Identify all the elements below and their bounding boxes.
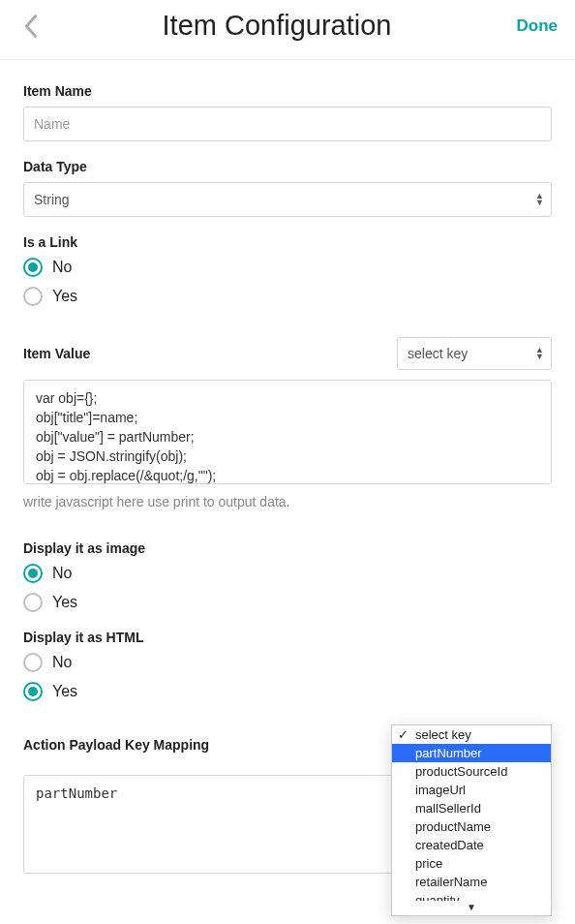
data-type-block: Data Type String ▲▼ (23, 159, 552, 217)
back-button[interactable] (17, 13, 45, 40)
dropdown-option[interactable]: mallSellerId (392, 799, 551, 817)
radio-icon (23, 682, 43, 701)
dropdown-option[interactable]: productSourceId (392, 762, 551, 781)
header: Item Configuration Done (0, 0, 575, 59)
data-type-value: String (34, 192, 70, 207)
radio-label-yes: Yes (52, 288, 77, 305)
dropdown-option[interactable]: productName (392, 817, 551, 836)
dropdown-more-icon[interactable]: ▼ (392, 901, 551, 915)
payload-mapping-label: Action Payload Key Mapping (23, 737, 209, 753)
item-value-help: write javascript here use print to outpu… (23, 494, 552, 509)
key-dropdown-popup: select key partNumber productSourceId im… (391, 724, 552, 916)
display-html-label: Display it as HTML (23, 630, 552, 645)
dropdown-option[interactable]: imageUrl (392, 781, 551, 799)
display-html-block: Display it as HTML No Yes (23, 630, 552, 701)
item-value-label: Item Value (23, 346, 90, 361)
display-image-label: Display it as image (23, 540, 552, 556)
is-link-radio-no[interactable]: No (23, 258, 552, 277)
radio-label-yes: Yes (52, 594, 77, 611)
dropdown-option[interactable]: createdDate (392, 836, 551, 854)
dropdown-option[interactable]: retailerName (392, 873, 551, 891)
content: Item Name Data Type String ▲▼ Is a Link … (0, 83, 575, 924)
page-title: Item Configuration (45, 10, 509, 42)
data-type-select[interactable]: String (23, 182, 552, 217)
item-name-block: Item Name (23, 83, 552, 141)
item-value-block: Item Value select key ▲▼ write javascrip… (23, 337, 552, 509)
radio-icon (23, 653, 43, 672)
radio-icon (23, 593, 43, 612)
done-button[interactable]: Done (509, 16, 558, 36)
header-divider (0, 59, 575, 60)
dropdown-option[interactable]: price (392, 854, 551, 873)
radio-label-no: No (52, 259, 72, 276)
display-html-radio-no[interactable]: No (23, 653, 552, 672)
chevron-left-icon (24, 15, 38, 38)
item-value-key-placeholder: select key (408, 346, 468, 361)
display-image-radio-yes[interactable]: Yes (23, 593, 552, 612)
radio-icon (23, 287, 43, 306)
dropdown-option-placeholder[interactable]: select key (392, 725, 551, 744)
radio-icon (23, 564, 43, 583)
item-name-label: Item Name (23, 83, 552, 99)
data-type-label: Data Type (23, 159, 552, 174)
item-name-input[interactable] (23, 107, 552, 141)
dropdown-option[interactable]: quantity (392, 891, 551, 901)
radio-icon (23, 258, 43, 277)
item-value-code[interactable] (23, 380, 552, 484)
is-link-block: Is a Link No Yes (23, 234, 552, 306)
display-html-radio-yes[interactable]: Yes (23, 682, 552, 701)
radio-label-no: No (52, 654, 72, 671)
display-image-block: Display it as image No Yes (23, 540, 552, 612)
dropdown-option[interactable]: partNumber (392, 744, 551, 762)
is-link-label: Is a Link (23, 234, 552, 250)
radio-label-no: No (52, 565, 72, 582)
item-value-key-select[interactable]: select key (397, 337, 552, 370)
radio-label-yes: Yes (52, 683, 77, 700)
is-link-radio-yes[interactable]: Yes (23, 287, 552, 306)
display-image-radio-no[interactable]: No (23, 564, 552, 583)
